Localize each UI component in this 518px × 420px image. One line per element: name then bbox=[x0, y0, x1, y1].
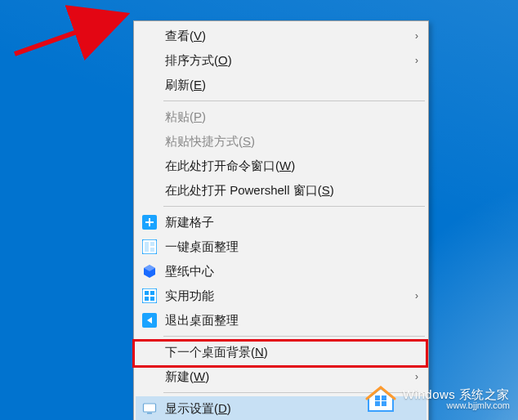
menu-item-new-grid[interactable]: 新建格子 bbox=[136, 210, 426, 235]
next-wallpaper-icon bbox=[141, 343, 159, 361]
refresh-icon bbox=[141, 76, 159, 94]
svg-rect-6 bbox=[145, 291, 149, 295]
menu-item-exit-arrange[interactable]: 退出桌面整理 bbox=[136, 308, 426, 333]
menu-item-label: 刷新(E) bbox=[165, 78, 418, 93]
menu-item-label: 下一个桌面背景(N) bbox=[165, 345, 418, 360]
house-logo-icon bbox=[365, 386, 396, 413]
display-settings-icon bbox=[141, 400, 159, 418]
menu-item-desk-arrange[interactable]: 一键桌面整理 bbox=[136, 235, 426, 259]
menu-item-open-powershell[interactable]: 在此处打开 Powershell 窗口(S) bbox=[136, 178, 426, 203]
menu-item-label: 粘贴(P) bbox=[165, 109, 418, 125]
new-grid-icon bbox=[141, 213, 159, 231]
utility-icon bbox=[141, 287, 159, 305]
view-icon bbox=[141, 27, 159, 45]
desktop-context-menu[interactable]: 查看(V)›排序方式(O)›刷新(E)粘贴(P)粘贴快捷方式(S)在此处打开命令… bbox=[133, 20, 429, 420]
watermark-url: www.bjjmlv.com bbox=[403, 401, 510, 411]
menu-item-label: 退出桌面整理 bbox=[165, 313, 418, 328]
menu-item-label: 实用功能 bbox=[165, 288, 407, 304]
menu-item-refresh[interactable]: 刷新(E) bbox=[136, 73, 426, 97]
svg-rect-2 bbox=[145, 242, 149, 252]
menu-item-label: 查看(V) bbox=[165, 29, 407, 44]
menu-item-paste-shortcut: 粘贴快捷方式(S) bbox=[136, 129, 426, 154]
menu-item-open-cmd[interactable]: 在此处打开命令窗口(W) bbox=[136, 154, 426, 178]
svg-rect-3 bbox=[150, 242, 154, 246]
menu-item-label: 新建格子 bbox=[165, 215, 418, 230]
svg-rect-16 bbox=[375, 395, 380, 400]
chevron-right-icon: › bbox=[407, 55, 418, 66]
chevron-right-icon: › bbox=[407, 371, 418, 382]
svg-rect-8 bbox=[145, 297, 149, 301]
chevron-right-icon: › bbox=[407, 30, 418, 42]
watermark-title: Windows 系统之家 bbox=[403, 388, 510, 401]
menu-separator bbox=[163, 101, 425, 101]
svg-rect-12 bbox=[147, 413, 152, 414]
svg-rect-11 bbox=[144, 404, 156, 412]
menu-item-label: 在此处打开 Powershell 窗口(S) bbox=[165, 183, 418, 199]
open-powershell-icon bbox=[141, 181, 159, 199]
desk-arrange-icon bbox=[141, 238, 159, 256]
menu-separator bbox=[163, 336, 425, 337]
svg-rect-7 bbox=[150, 291, 154, 295]
menu-item-label: 排序方式(O) bbox=[165, 53, 407, 69]
menu-item-label: 粘贴快捷方式(S) bbox=[165, 134, 418, 150]
sort-icon bbox=[141, 51, 159, 69]
svg-rect-1 bbox=[142, 239, 157, 254]
chevron-right-icon: › bbox=[407, 290, 418, 302]
exit-arrange-icon bbox=[141, 311, 159, 329]
watermark: Windows 系统之家 www.bjjmlv.com bbox=[365, 386, 510, 413]
paste-icon bbox=[141, 108, 159, 126]
svg-rect-14 bbox=[375, 401, 380, 406]
new-icon bbox=[141, 368, 159, 386]
menu-item-utility[interactable]: 实用功能› bbox=[136, 284, 426, 308]
paste-shortcut-icon bbox=[141, 132, 159, 150]
svg-rect-15 bbox=[382, 401, 386, 406]
svg-rect-4 bbox=[150, 248, 154, 252]
open-cmd-icon bbox=[141, 157, 159, 175]
menu-item-sort[interactable]: 排序方式(O)› bbox=[136, 48, 426, 73]
svg-rect-5 bbox=[142, 288, 157, 303]
menu-item-label: 一键桌面整理 bbox=[165, 239, 418, 255]
menu-item-label: 新建(W) bbox=[165, 369, 407, 385]
svg-rect-17 bbox=[382, 395, 386, 400]
menu-item-label: 壁纸中心 bbox=[165, 264, 418, 279]
wallpaper-center-icon bbox=[141, 262, 159, 280]
menu-item-wallpaper-center[interactable]: 壁纸中心 bbox=[136, 259, 426, 284]
menu-item-view[interactable]: 查看(V)› bbox=[136, 24, 426, 48]
menu-separator bbox=[163, 206, 425, 207]
svg-rect-9 bbox=[150, 297, 154, 301]
menu-item-next-wallpaper[interactable]: 下一个桌面背景(N) bbox=[136, 340, 426, 364]
menu-item-label: 在此处打开命令窗口(W) bbox=[165, 159, 418, 174]
menu-item-paste: 粘贴(P) bbox=[136, 105, 426, 129]
